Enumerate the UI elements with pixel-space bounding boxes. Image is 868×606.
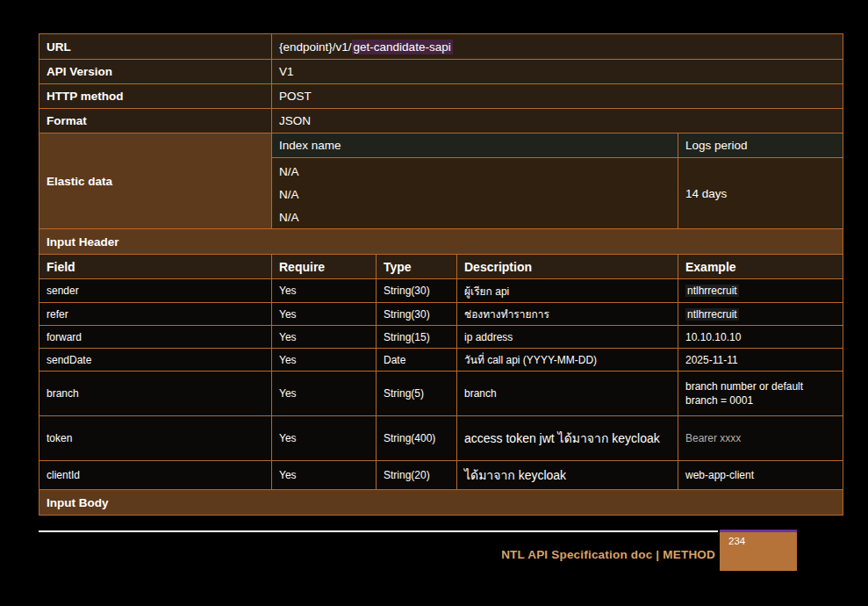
- field-cell: clientId: [39, 461, 271, 489]
- type-cell: String(5): [376, 372, 456, 415]
- field-cell: refer: [39, 303, 271, 325]
- http-method-value: POST: [271, 84, 843, 108]
- input-header-section-title: Input Header: [39, 228, 843, 254]
- elastic-data-label: Elastic data: [39, 133, 271, 228]
- require-cell: Yes: [271, 461, 376, 489]
- type-cell: String(30): [376, 303, 456, 325]
- api-version-value: V1: [271, 60, 843, 83]
- input-body-section-title: Input Body: [39, 489, 843, 515]
- url-row: URL {endpoint}/v1/get-candidate-sapi: [39, 34, 843, 59]
- elastic-index-column: Index name N/A N/A N/A: [271, 133, 678, 228]
- require-cell: Yes: [271, 279, 376, 302]
- description-cell: ได้มาจาก keycloak: [456, 461, 678, 489]
- format-value: JSON: [271, 109, 843, 133]
- description-cell: branch: [456, 372, 678, 415]
- format-row: Format JSON: [39, 108, 843, 133]
- example-cell: ntlhrrecruit: [678, 279, 843, 302]
- column-header-require: Require: [271, 255, 376, 278]
- elastic-data-row: Elastic data Index name N/A N/A N/A Logs…: [39, 133, 843, 228]
- index-value: N/A: [279, 161, 678, 184]
- table-row-branch: branch Yes String(5) branch branch numbe…: [39, 371, 843, 415]
- require-cell: Yes: [271, 349, 376, 371]
- api-version-label: API Version: [39, 60, 271, 83]
- table-row-senddate: sendDate Yes Date วันที่ call api (YYYY-…: [39, 348, 843, 371]
- url-label: URL: [39, 34, 271, 59]
- type-cell: Date: [376, 349, 456, 371]
- elastic-logs-column: Logs period 14 days: [678, 133, 843, 228]
- description-value: access token jwt ได้มาจาก keycloak: [464, 427, 667, 451]
- footer-doc-title: NTL API Specification doc | METHOD: [39, 548, 715, 561]
- field-cell: sender: [39, 279, 271, 302]
- index-name-header: Index name: [272, 133, 678, 158]
- field-cell: forward: [39, 326, 271, 348]
- example-value: ntlhrrecruit: [685, 308, 739, 321]
- description-cell: ip address: [456, 326, 678, 348]
- description-cell: ผู้เรียก api: [456, 279, 678, 302]
- http-method-label: HTTP method: [39, 84, 271, 108]
- index-name-values: N/A N/A N/A: [272, 158, 678, 228]
- url-prefix: {endpoint}/v1/: [279, 40, 352, 54]
- description-cell: access token jwt ได้มาจาก keycloak: [456, 416, 678, 460]
- example-value: branch number or default branch = 0001: [685, 376, 843, 411]
- example-cell: branch number or default branch = 0001: [678, 372, 843, 415]
- type-cell: String(15): [376, 326, 456, 348]
- logs-period-header: Logs period: [678, 133, 843, 158]
- require-cell: Yes: [271, 326, 376, 348]
- http-method-row: HTTP method POST: [39, 83, 843, 108]
- example-cell: Bearer xxxx: [678, 416, 843, 460]
- table-row-token: token Yes String(400) access token jwt ไ…: [39, 415, 843, 460]
- column-header-example: Example: [678, 255, 843, 278]
- api-version-row: API Version V1: [39, 59, 843, 83]
- require-cell: Yes: [271, 303, 376, 325]
- index-value: N/A: [279, 206, 678, 229]
- table-row-clientid: clientId Yes String(20) ได้มาจาก keycloa…: [39, 460, 843, 489]
- type-cell: String(30): [376, 279, 456, 302]
- type-cell: String(400): [376, 416, 456, 460]
- api-spec-table: URL {endpoint}/v1/get-candidate-sapi API…: [39, 33, 843, 516]
- description-cell: วันที่ call api (YYYY-MM-DD): [456, 349, 678, 371]
- field-cell: token: [39, 416, 271, 460]
- type-cell: String(20): [376, 461, 456, 489]
- example-value: ntlhrrecruit: [685, 285, 739, 297]
- footer-divider-line: [39, 530, 718, 532]
- format-label: Format: [39, 109, 271, 133]
- require-cell: Yes: [271, 372, 376, 415]
- field-cell: branch: [39, 372, 271, 415]
- table-row-refer: refer Yes String(30) ช่องทางทำรายการ ntl…: [39, 302, 843, 325]
- example-cell: 10.10.10.10: [678, 326, 843, 348]
- require-cell: Yes: [271, 416, 376, 460]
- input-header-columns-row: Field Require Type Description Example: [39, 254, 843, 278]
- page-number-box: 234: [720, 530, 797, 571]
- description-cell: ช่องทางทำรายการ: [456, 303, 678, 325]
- logs-period-value: 14 days: [678, 158, 843, 228]
- table-row-sender: sender Yes String(30) ผู้เรียก api ntlhr…: [39, 278, 843, 302]
- page-number: 234: [728, 536, 745, 546]
- index-value: N/A: [279, 184, 678, 206]
- column-header-type: Type: [376, 255, 456, 278]
- example-cell: ntlhrrecruit: [678, 303, 843, 325]
- url-value: {endpoint}/v1/get-candidate-sapi: [271, 34, 843, 59]
- url-highlighted-path: get-candidate-sapi: [352, 40, 453, 54]
- column-header-field: Field: [39, 255, 271, 278]
- field-cell: sendDate: [39, 349, 271, 371]
- example-cell: 2025-11-11: [678, 349, 843, 371]
- column-header-description: Description: [456, 255, 678, 278]
- example-cell: web-app-client: [678, 461, 843, 489]
- table-row-forward: forward Yes String(15) ip address 10.10.…: [39, 325, 843, 348]
